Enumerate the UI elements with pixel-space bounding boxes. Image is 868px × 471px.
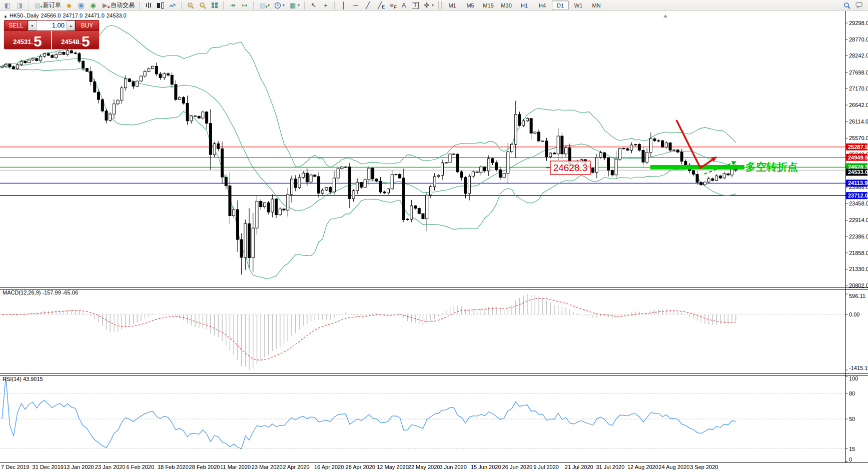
candle bbox=[460, 172, 463, 178]
support-zone-bar[interactable] bbox=[650, 165, 744, 170]
pivot-annotation-text[interactable]: 多空转折点 bbox=[745, 161, 798, 173]
candle bbox=[619, 148, 621, 160]
timeframe-h1-button[interactable]: H1 bbox=[516, 0, 533, 10]
sell-price-button[interactable]: 24531.5 bbox=[4, 31, 51, 49]
candle bbox=[426, 195, 428, 219]
buy-button[interactable]: BUY bbox=[75, 20, 99, 31]
periods-button[interactable]: ▾ bbox=[272, 0, 287, 10]
equidistant-channel-button[interactable]: ╱E bbox=[374, 0, 386, 10]
candle bbox=[333, 178, 335, 192]
date-label: 16 Apr 2020 bbox=[314, 464, 344, 470]
collapse-icon[interactable]: ▲ bbox=[4, 14, 8, 18]
price-tick-label: 27170.0 bbox=[849, 86, 868, 92]
timeframe-mn-button[interactable]: MN bbox=[588, 0, 605, 10]
candle bbox=[557, 136, 559, 154]
svg-text:50: 50 bbox=[849, 416, 855, 422]
new-chart-button[interactable]: ▤+▾ bbox=[257, 0, 272, 10]
candle bbox=[43, 54, 46, 56]
timeframe-m15-button[interactable]: M15 bbox=[480, 0, 497, 10]
candle bbox=[379, 181, 382, 192]
buy-price-button[interactable]: 24548.5 bbox=[52, 31, 99, 49]
candle bbox=[325, 188, 328, 190]
new-order-button[interactable]: ▤+新订单 bbox=[32, 0, 63, 10]
trendline-button[interactable]: ╱ bbox=[362, 0, 374, 10]
virtual-hosting-button[interactable]: ▣ bbox=[75, 0, 87, 10]
candle bbox=[514, 114, 517, 144]
autotrading-button[interactable]: ▶●自动交易 bbox=[99, 0, 137, 10]
timeframe-d1-button[interactable]: D1 bbox=[552, 0, 569, 10]
timeframe-h4-button[interactable]: H4 bbox=[534, 0, 551, 10]
timeframe-switcher: M1M5M15M30H1H4D1W1MN bbox=[443, 0, 605, 10]
cursor-button[interactable]: ↖ bbox=[308, 0, 320, 10]
candle bbox=[260, 201, 262, 206]
volume-decrease-button[interactable]: ▼ bbox=[28, 20, 37, 30]
dropdown-arrow-icon[interactable]: ▾ bbox=[283, 3, 285, 8]
crosshair-button[interactable]: + bbox=[320, 0, 332, 10]
dropdown-arrow-icon[interactable]: ▾ bbox=[432, 3, 434, 8]
virtual-hosting-icon: ▣ bbox=[77, 2, 85, 10]
signals-button[interactable]: ◉ bbox=[87, 0, 99, 10]
candle bbox=[356, 182, 359, 191]
chart-canvas[interactable]: 24628.3多空转折点29298.028770.028242.027698.0… bbox=[0, 0, 868, 471]
price-tick-label: 21330.0 bbox=[849, 266, 868, 272]
market-watch-button[interactable]: ◧ bbox=[2, 0, 14, 10]
text-button[interactable]: A bbox=[398, 0, 410, 10]
toolbar-separator bbox=[253, 2, 254, 10]
horizontal-line-button[interactable]: ─ bbox=[350, 0, 362, 10]
candle bbox=[673, 150, 675, 150]
chart-shift-button[interactable]: ↦ bbox=[239, 0, 251, 10]
candle bbox=[194, 116, 197, 116]
candle bbox=[599, 152, 602, 157]
buy-price-pips: 5 bbox=[82, 34, 90, 48]
candle bbox=[186, 104, 189, 121]
templates-button[interactable]: ▦▾ bbox=[287, 0, 302, 10]
candle bbox=[302, 173, 305, 178]
tile-windows-button[interactable] bbox=[209, 0, 221, 10]
timeframe-m1-button[interactable]: M1 bbox=[444, 0, 461, 10]
candle bbox=[59, 52, 61, 54]
sell-button[interactable]: SELL bbox=[4, 20, 28, 31]
candlestick-chart-button[interactable] bbox=[155, 0, 167, 10]
sell-price-main: 24531. bbox=[13, 38, 33, 46]
candle bbox=[352, 190, 355, 198]
date-label: 9 Jul 2020 bbox=[533, 464, 559, 470]
auto-scroll-button[interactable]: ↠ bbox=[227, 0, 239, 10]
text-label-button[interactable]: T bbox=[410, 0, 421, 10]
chat-button[interactable] bbox=[853, 0, 865, 10]
zoom-out-button[interactable]: − bbox=[197, 0, 209, 10]
candle bbox=[67, 50, 69, 54]
arrows-icon: ✜ bbox=[423, 2, 431, 10]
search-button[interactable] bbox=[841, 0, 853, 10]
text-icon: A bbox=[400, 2, 408, 10]
candle bbox=[545, 141, 548, 157]
toolbar-separator bbox=[181, 2, 182, 10]
timeframe-m5-button[interactable]: M5 bbox=[462, 0, 479, 10]
candle bbox=[595, 158, 598, 172]
cursor-icon: ↖ bbox=[310, 2, 318, 10]
svg-text:80: 80 bbox=[849, 390, 855, 396]
candle bbox=[248, 224, 251, 258]
dropdown-arrow-icon[interactable]: ▾ bbox=[268, 3, 270, 8]
date-axis[interactable]: 7 Dec 201931 Dec 201913 Jan 202023 Jan 2… bbox=[1, 464, 718, 470]
bars-chart-button[interactable] bbox=[143, 0, 155, 10]
arrows-button[interactable]: ✜▾ bbox=[421, 0, 436, 10]
vertical-line-button[interactable]: │ bbox=[338, 0, 350, 10]
candle bbox=[360, 182, 362, 188]
svg-text:+: + bbox=[189, 3, 191, 6]
date-label: 2 Apr 2020 bbox=[283, 464, 309, 470]
fibonacci-icon: ≡F bbox=[388, 2, 396, 10]
metaeditor-button[interactable]: ◆ bbox=[63, 0, 75, 10]
zoom-in-button[interactable]: + bbox=[185, 0, 197, 10]
timeframe-m30-button[interactable]: M30 bbox=[498, 0, 515, 10]
timeframe-w1-button[interactable]: W1 bbox=[570, 0, 587, 10]
volume-increase-button[interactable]: ▲ bbox=[67, 20, 75, 30]
toolbar-separator bbox=[28, 2, 29, 10]
candle bbox=[314, 175, 316, 176]
candle bbox=[310, 175, 312, 182]
dropdown-arrow-icon[interactable]: ▾ bbox=[298, 3, 300, 8]
line-chart-button[interactable] bbox=[167, 0, 179, 10]
fibonacci-button[interactable]: ≡F bbox=[386, 0, 398, 10]
strategy-tester-button[interactable]: ◨ bbox=[14, 0, 26, 10]
volume-input[interactable]: 1.00 bbox=[37, 20, 67, 30]
candle bbox=[480, 167, 482, 172]
